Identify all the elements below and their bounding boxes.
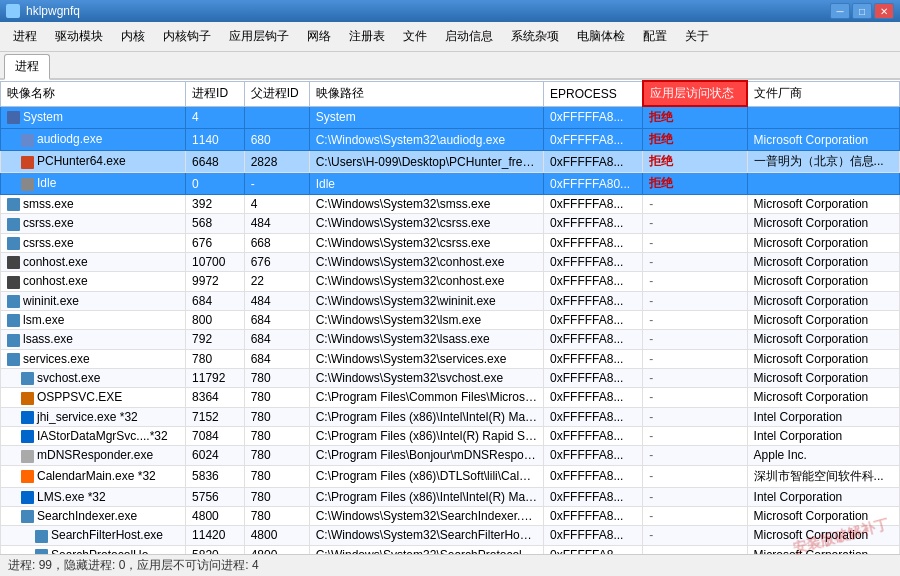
- process-eprocess: 0xFFFFFA8...: [544, 407, 643, 426]
- table-row[interactable]: csrss.exe568484C:\Windows\System32\csrss…: [1, 214, 900, 233]
- menu-item-注册表[interactable]: 注册表: [340, 24, 394, 49]
- process-eprocess: 0xFFFFFA8...: [544, 426, 643, 445]
- process-table-container[interactable]: 映像名称 进程ID 父进程ID 映像路径 EPROCESS 应用层访问状态 文件…: [0, 80, 900, 554]
- menu-item-应用层钩子[interactable]: 应用层钩子: [220, 24, 298, 49]
- table-row[interactable]: lsm.exe800684C:\Windows\System32\lsm.exe…: [1, 310, 900, 329]
- table-row[interactable]: OSPPSVC.EXE8364780C:\Program Files\Commo…: [1, 388, 900, 407]
- process-ppid: 2828: [244, 151, 309, 173]
- process-vendor: Microsoft Corporation: [747, 310, 899, 329]
- table-row[interactable]: smss.exe3924C:\Windows\System32\smss.exe…: [1, 195, 900, 214]
- process-vendor: Microsoft Corporation: [747, 252, 899, 271]
- table-row[interactable]: mDNSResponder.exe6024780C:\Program Files…: [1, 446, 900, 465]
- process-path: C:\Windows\System32\csrss.exe: [309, 233, 543, 252]
- close-button[interactable]: ✕: [874, 3, 894, 19]
- dash-status: -: [649, 410, 653, 424]
- tab-process[interactable]: 进程: [4, 54, 50, 80]
- menu-item-电脑体检[interactable]: 电脑体检: [568, 24, 634, 49]
- process-path: C:\Windows\System32\SearchProtocolHost.e…: [309, 545, 543, 554]
- table-row[interactable]: audiodg.exe1140680C:\Windows\System32\au…: [1, 129, 900, 151]
- process-icon: [7, 334, 20, 347]
- process-path: C:\Windows\System32\audiodg.exe: [309, 129, 543, 151]
- process-vendor: Microsoft Corporation: [747, 506, 899, 525]
- process-path: C:\Program Files\Bonjour\mDNSResponder.e…: [309, 446, 543, 465]
- menu-item-关于[interactable]: 关于: [676, 24, 718, 49]
- process-pid: 9972: [186, 272, 245, 291]
- process-ppid: [244, 106, 309, 129]
- dash-status: -: [649, 490, 653, 504]
- menu-item-配置[interactable]: 配置: [634, 24, 676, 49]
- menu-item-驱动模块[interactable]: 驱动模块: [46, 24, 112, 49]
- table-row[interactable]: PCHunter64.exe66482828C:\Users\H-099\Des…: [1, 151, 900, 173]
- maximize-button[interactable]: □: [852, 3, 872, 19]
- table-row[interactable]: conhost.exe997222C:\Windows\System32\con…: [1, 272, 900, 291]
- table-row[interactable]: services.exe780684C:\Windows\System32\se…: [1, 349, 900, 368]
- process-app-status: -: [643, 233, 747, 252]
- table-row[interactable]: SearchFilterHost.exe114204800C:\Windows\…: [1, 526, 900, 545]
- process-path: Idle: [309, 173, 543, 195]
- deny-badge: 拒绝: [649, 132, 673, 146]
- menu-item-系统杂项[interactable]: 系统杂项: [502, 24, 568, 49]
- table-row[interactable]: svchost.exe11792780C:\Windows\System32\s…: [1, 368, 900, 387]
- app-icon: [6, 4, 20, 18]
- process-vendor: Microsoft Corporation: [747, 195, 899, 214]
- process-icon: [7, 218, 20, 231]
- process-pid: 684: [186, 291, 245, 310]
- table-row[interactable]: SearchProtocolHo...58204800C:\Windows\Sy…: [1, 545, 900, 554]
- process-icon: [21, 156, 34, 169]
- process-eprocess: 0xFFFFFA8...: [544, 526, 643, 545]
- process-path: C:\Windows\System32\smss.exe: [309, 195, 543, 214]
- process-icon: [7, 353, 20, 366]
- header-vendor: 文件厂商: [747, 81, 899, 106]
- table-row[interactable]: wininit.exe684484C:\Windows\System32\win…: [1, 291, 900, 310]
- process-name: Idle: [1, 173, 186, 195]
- process-ppid: 780: [244, 368, 309, 387]
- table-row[interactable]: LMS.exe *325756780C:\Program Files (x86)…: [1, 487, 900, 506]
- table-row[interactable]: lsass.exe792684C:\Windows\System32\lsass…: [1, 330, 900, 349]
- table-row[interactable]: conhost.exe10700676C:\Windows\System32\c…: [1, 252, 900, 271]
- menu-item-内核[interactable]: 内核: [112, 24, 154, 49]
- menu-item-进程[interactable]: 进程: [4, 24, 46, 49]
- process-pid: 0: [186, 173, 245, 195]
- menu-item-网络[interactable]: 网络: [298, 24, 340, 49]
- process-ppid: 780: [244, 465, 309, 487]
- menu-item-文件[interactable]: 文件: [394, 24, 436, 49]
- dash-status: -: [649, 216, 653, 230]
- process-name: SearchIndexer.exe: [1, 506, 186, 525]
- process-ppid: 680: [244, 129, 309, 151]
- table-row[interactable]: System4System0xFFFFFA8...拒绝: [1, 106, 900, 129]
- table-row[interactable]: jhi_service.exe *327152780C:\Program Fil…: [1, 407, 900, 426]
- menu-item-启动信息[interactable]: 启动信息: [436, 24, 502, 49]
- process-pid: 780: [186, 349, 245, 368]
- process-icon: [21, 430, 34, 443]
- process-ppid: 4: [244, 195, 309, 214]
- table-row[interactable]: csrss.exe676668C:\Windows\System32\csrss…: [1, 233, 900, 252]
- process-ppid: 668: [244, 233, 309, 252]
- process-icon: [21, 491, 34, 504]
- process-ppid: 4800: [244, 545, 309, 554]
- dash-status: -: [649, 236, 653, 250]
- process-app-status: -: [643, 465, 747, 487]
- table-row[interactable]: Idle0-Idle0xFFFFFA80...拒绝: [1, 173, 900, 195]
- table-row[interactable]: IAStorDataMgrSvc....*327084780C:\Program…: [1, 426, 900, 445]
- process-app-status: -: [643, 349, 747, 368]
- process-name: PCHunter64.exe: [1, 151, 186, 173]
- status-text: 进程: 99，隐藏进程: 0，应用层不可访问进程: 4: [8, 557, 259, 574]
- process-pid: 800: [186, 310, 245, 329]
- process-icon: [7, 198, 20, 211]
- process-eprocess: 0xFFFFFA8...: [544, 545, 643, 554]
- process-app-status: -: [643, 545, 747, 554]
- process-vendor: Microsoft Corporation: [747, 214, 899, 233]
- table-row[interactable]: CalendarMain.exe *325836780C:\Program Fi…: [1, 465, 900, 487]
- minimize-button[interactable]: ─: [830, 3, 850, 19]
- process-name: OSPPSVC.EXE: [1, 388, 186, 407]
- process-vendor: Microsoft Corporation: [747, 368, 899, 387]
- header-pid: 进程ID: [186, 81, 245, 106]
- process-eprocess: 0xFFFFFA8...: [544, 465, 643, 487]
- process-ppid: 780: [244, 446, 309, 465]
- deny-badge: 拒绝: [649, 110, 673, 124]
- menu-bar: 进程驱动模块内核内核钩子应用层钩子网络注册表文件启动信息系统杂项电脑体检配置关于: [0, 22, 900, 52]
- menu-item-内核钩子[interactable]: 内核钩子: [154, 24, 220, 49]
- table-row[interactable]: SearchIndexer.exe4800780C:\Windows\Syste…: [1, 506, 900, 525]
- header-image-path: 映像路径: [309, 81, 543, 106]
- process-path: C:\Users\H-099\Desktop\PCHunter_free\PC.…: [309, 151, 543, 173]
